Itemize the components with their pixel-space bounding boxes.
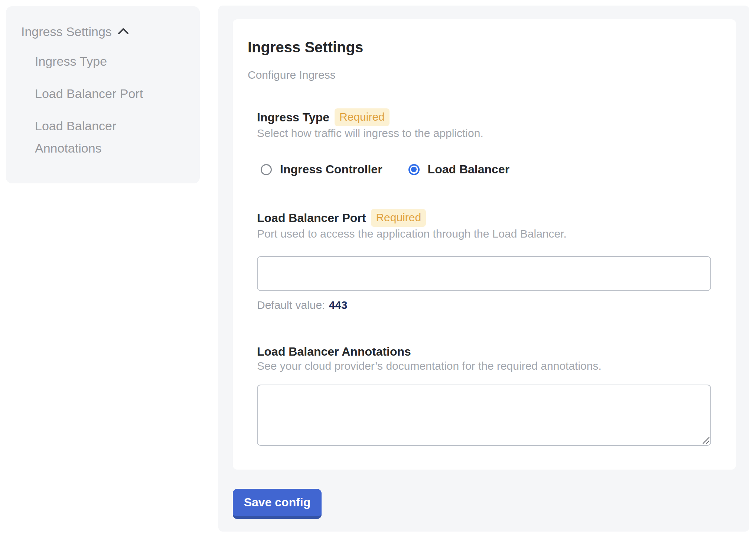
- ingress-type-label: Ingress Type: [257, 110, 329, 125]
- required-badge: Required: [335, 108, 390, 126]
- radio-label-load-balancer[interactable]: Load Balancer: [428, 163, 510, 176]
- radio-load-balancer[interactable]: [408, 164, 420, 175]
- section-ingress-type: Ingress Type Required Select how traffic…: [257, 108, 711, 176]
- lb-annotations-textarea[interactable]: [257, 385, 711, 446]
- required-badge: Required: [371, 209, 426, 227]
- ingress-settings-card: Ingress Settings Configure Ingress Ingre…: [233, 19, 736, 470]
- chevron-up-icon: [118, 27, 129, 35]
- sidebar-item-ingress-type[interactable]: Ingress Type: [35, 50, 185, 72]
- radio-label-ingress-controller[interactable]: Ingress Controller: [280, 163, 382, 176]
- textarea-resize-handle[interactable]: [702, 436, 710, 444]
- config-panel: Ingress Settings Configure Ingress Ingre…: [218, 6, 749, 532]
- default-value-label: Default value:: [257, 299, 325, 311]
- card-subtitle: Configure Ingress: [248, 68, 721, 82]
- radio-option-ingress-controller[interactable]: Ingress Controller: [261, 163, 382, 176]
- card-title: Ingress Settings: [248, 38, 721, 56]
- lb-annotations-help: See your cloud provider’s documentation …: [257, 359, 711, 373]
- ingress-type-help: Select how traffic will ingress to the a…: [257, 126, 711, 140]
- lb-port-input[interactable]: [257, 256, 711, 291]
- config-nav-sidebar: Ingress Settings Ingress Type Load Balan…: [6, 6, 200, 183]
- lb-port-help: Port used to access the application thro…: [257, 227, 711, 241]
- section-load-balancer-port: Load Balancer Port Required Port used to…: [257, 209, 711, 312]
- ingress-type-radio-group: Ingress Controller Load Balancer: [261, 163, 711, 176]
- sidebar-item-load-balancer-annotations[interactable]: Load Balancer Annotations: [35, 115, 185, 159]
- radio-selected-dot: [411, 167, 417, 172]
- sidebar-group-label: Ingress Settings: [21, 23, 112, 40]
- lb-annotations-label: Load Balancer Annotations: [257, 344, 411, 359]
- default-value: 443: [329, 299, 347, 311]
- radio-ingress-controller[interactable]: [261, 164, 272, 175]
- sidebar-group-ingress-settings[interactable]: Ingress Settings: [21, 23, 185, 40]
- section-load-balancer-annotations: Load Balancer Annotations See your cloud…: [257, 344, 711, 446]
- radio-option-load-balancer[interactable]: Load Balancer: [408, 163, 510, 176]
- lb-port-label: Load Balancer Port: [257, 210, 366, 225]
- sidebar-item-list: Ingress Type Load Balancer Port Load Bal…: [21, 50, 185, 159]
- sidebar-item-load-balancer-port[interactable]: Load Balancer Port: [35, 82, 185, 105]
- save-config-button[interactable]: Save config: [233, 489, 322, 519]
